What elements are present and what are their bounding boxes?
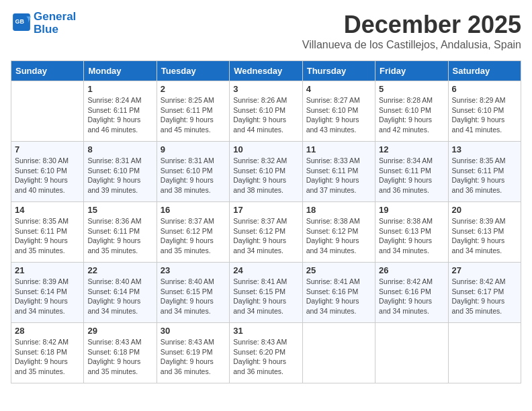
- calendar-cell: 4Sunrise: 8:27 AM Sunset: 6:10 PM Daylig…: [302, 81, 375, 142]
- calendar-cell: 6Sunrise: 8:29 AM Sunset: 6:10 PM Daylig…: [448, 81, 521, 142]
- calendar-cell: 17Sunrise: 8:37 AM Sunset: 6:12 PM Dayli…: [230, 202, 302, 263]
- calendar-cell: 22Sunrise: 8:40 AM Sunset: 6:14 PM Dayli…: [84, 263, 157, 323]
- subtitle: Villanueva de los Castillejos, Andalusia…: [302, 39, 521, 51]
- calendar-cell: 28Sunrise: 8:42 AM Sunset: 6:18 PM Dayli…: [11, 323, 84, 383]
- calendar-cell: 11Sunrise: 8:33 AM Sunset: 6:11 PM Dayli…: [302, 142, 375, 202]
- day-detail: Sunrise: 8:31 AM Sunset: 6:10 PM Dayligh…: [87, 156, 152, 195]
- calendar-week-row: 1Sunrise: 8:24 AM Sunset: 6:11 PM Daylig…: [11, 81, 521, 142]
- day-detail: Sunrise: 8:24 AM Sunset: 6:11 PM Dayligh…: [87, 95, 152, 135]
- day-detail: Sunrise: 8:37 AM Sunset: 6:12 PM Dayligh…: [233, 216, 298, 256]
- calendar-cell: 18Sunrise: 8:38 AM Sunset: 6:12 PM Dayli…: [302, 202, 375, 263]
- calendar-cell: [375, 323, 448, 383]
- calendar-cell: 19Sunrise: 8:38 AM Sunset: 6:13 PM Dayli…: [375, 202, 448, 263]
- calendar-week-row: 14Sunrise: 8:35 AM Sunset: 6:11 PM Dayli…: [11, 202, 521, 263]
- calendar-body: 1Sunrise: 8:24 AM Sunset: 6:11 PM Daylig…: [11, 81, 521, 383]
- day-detail: Sunrise: 8:35 AM Sunset: 6:11 PM Dayligh…: [452, 156, 517, 195]
- calendar-cell: 14Sunrise: 8:35 AM Sunset: 6:11 PM Dayli…: [11, 202, 84, 263]
- day-detail: Sunrise: 8:41 AM Sunset: 6:15 PM Dayligh…: [233, 277, 298, 316]
- weekday-header: Wednesday: [230, 61, 302, 81]
- day-number: 27: [452, 265, 517, 275]
- day-number: 12: [379, 144, 444, 154]
- day-number: 24: [233, 265, 298, 275]
- day-detail: Sunrise: 8:25 AM Sunset: 6:11 PM Dayligh…: [161, 95, 226, 135]
- weekday-header: Sunday: [11, 61, 84, 81]
- day-number: 15: [87, 205, 152, 215]
- day-detail: Sunrise: 8:41 AM Sunset: 6:16 PM Dayligh…: [306, 277, 371, 316]
- month-title: December 2025: [302, 11, 521, 39]
- calendar-cell: 20Sunrise: 8:39 AM Sunset: 6:13 PM Dayli…: [448, 202, 521, 263]
- day-detail: Sunrise: 8:43 AM Sunset: 6:20 PM Dayligh…: [233, 337, 298, 377]
- day-detail: Sunrise: 8:39 AM Sunset: 6:14 PM Dayligh…: [15, 277, 80, 316]
- day-number: 20: [452, 205, 517, 215]
- day-number: 4: [306, 84, 371, 94]
- logo-line1: General: [34, 11, 76, 24]
- calendar-cell: 27Sunrise: 8:42 AM Sunset: 6:17 PM Dayli…: [448, 263, 521, 323]
- day-detail: Sunrise: 8:27 AM Sunset: 6:10 PM Dayligh…: [306, 95, 371, 135]
- day-detail: Sunrise: 8:35 AM Sunset: 6:11 PM Dayligh…: [15, 216, 80, 256]
- calendar-cell: 26Sunrise: 8:42 AM Sunset: 6:16 PM Dayli…: [375, 263, 448, 323]
- day-detail: Sunrise: 8:42 AM Sunset: 6:18 PM Dayligh…: [15, 337, 80, 377]
- calendar-cell: 2Sunrise: 8:25 AM Sunset: 6:11 PM Daylig…: [157, 81, 229, 142]
- calendar-cell: 31Sunrise: 8:43 AM Sunset: 6:20 PM Dayli…: [230, 323, 302, 383]
- day-number: 31: [233, 326, 298, 336]
- weekday-header: Friday: [375, 61, 448, 81]
- day-detail: Sunrise: 8:42 AM Sunset: 6:16 PM Dayligh…: [379, 277, 444, 316]
- day-detail: Sunrise: 8:30 AM Sunset: 6:10 PM Dayligh…: [15, 156, 80, 195]
- day-detail: Sunrise: 8:26 AM Sunset: 6:10 PM Dayligh…: [233, 95, 298, 135]
- calendar-cell: 12Sunrise: 8:34 AM Sunset: 6:11 PM Dayli…: [375, 142, 448, 202]
- logo-icon: GB: [12, 13, 31, 32]
- calendar-header-row: SundayMondayTuesdayWednesdayThursdayFrid…: [11, 61, 521, 81]
- calendar-cell: 1Sunrise: 8:24 AM Sunset: 6:11 PM Daylig…: [84, 81, 157, 142]
- calendar-cell: [448, 323, 521, 383]
- calendar-cell: [302, 323, 375, 383]
- day-number: 2: [161, 84, 226, 94]
- calendar-cell: 21Sunrise: 8:39 AM Sunset: 6:14 PM Dayli…: [11, 263, 84, 323]
- day-number: 10: [233, 144, 298, 154]
- day-detail: Sunrise: 8:42 AM Sunset: 6:17 PM Dayligh…: [452, 277, 517, 316]
- day-number: 17: [233, 205, 298, 215]
- day-detail: Sunrise: 8:43 AM Sunset: 6:18 PM Dayligh…: [87, 337, 152, 377]
- weekday-header: Monday: [84, 61, 157, 81]
- svg-text:GB: GB: [15, 17, 24, 24]
- calendar-cell: 24Sunrise: 8:41 AM Sunset: 6:15 PM Dayli…: [230, 263, 302, 323]
- calendar-cell: 8Sunrise: 8:31 AM Sunset: 6:10 PM Daylig…: [84, 142, 157, 202]
- day-number: 30: [161, 326, 226, 336]
- day-number: 25: [306, 265, 371, 275]
- calendar-table: SundayMondayTuesdayWednesdayThursdayFrid…: [11, 60, 521, 383]
- day-number: 1: [87, 84, 152, 94]
- weekday-header: Saturday: [448, 61, 521, 81]
- calendar-cell: 23Sunrise: 8:40 AM Sunset: 6:15 PM Dayli…: [157, 263, 229, 323]
- day-number: 5: [379, 84, 444, 94]
- day-number: 26: [379, 265, 444, 275]
- day-number: 18: [306, 205, 371, 215]
- calendar-cell: 13Sunrise: 8:35 AM Sunset: 6:11 PM Dayli…: [448, 142, 521, 202]
- day-number: 6: [452, 84, 517, 94]
- day-number: 11: [306, 144, 371, 154]
- day-detail: Sunrise: 8:34 AM Sunset: 6:11 PM Dayligh…: [379, 156, 444, 195]
- day-number: 7: [15, 144, 80, 154]
- day-detail: Sunrise: 8:38 AM Sunset: 6:13 PM Dayligh…: [379, 216, 444, 256]
- day-number: 9: [161, 144, 226, 154]
- day-detail: Sunrise: 8:31 AM Sunset: 6:10 PM Dayligh…: [161, 156, 226, 195]
- calendar-cell: 3Sunrise: 8:26 AM Sunset: 6:10 PM Daylig…: [230, 81, 302, 142]
- day-number: 19: [379, 205, 444, 215]
- day-detail: Sunrise: 8:29 AM Sunset: 6:10 PM Dayligh…: [452, 95, 517, 135]
- weekday-header: Tuesday: [157, 61, 229, 81]
- day-number: 21: [15, 265, 80, 275]
- day-detail: Sunrise: 8:40 AM Sunset: 6:14 PM Dayligh…: [87, 277, 152, 316]
- calendar-cell: 25Sunrise: 8:41 AM Sunset: 6:16 PM Dayli…: [302, 263, 375, 323]
- day-detail: Sunrise: 8:33 AM Sunset: 6:11 PM Dayligh…: [306, 156, 371, 195]
- day-detail: Sunrise: 8:43 AM Sunset: 6:19 PM Dayligh…: [161, 337, 226, 377]
- calendar-week-row: 7Sunrise: 8:30 AM Sunset: 6:10 PM Daylig…: [11, 142, 521, 202]
- logo: GB General Blue: [11, 11, 76, 36]
- weekday-header: Thursday: [302, 61, 375, 81]
- calendar-week-row: 21Sunrise: 8:39 AM Sunset: 6:14 PM Dayli…: [11, 263, 521, 323]
- day-detail: Sunrise: 8:36 AM Sunset: 6:11 PM Dayligh…: [87, 216, 152, 256]
- day-number: 23: [161, 265, 226, 275]
- calendar-cell: 29Sunrise: 8:43 AM Sunset: 6:18 PM Dayli…: [84, 323, 157, 383]
- calendar-cell: 5Sunrise: 8:28 AM Sunset: 6:10 PM Daylig…: [375, 81, 448, 142]
- day-detail: Sunrise: 8:38 AM Sunset: 6:12 PM Dayligh…: [306, 216, 371, 256]
- day-number: 13: [452, 144, 517, 154]
- header: GB General Blue December 2025 Villanueva…: [11, 11, 521, 58]
- logo-line2: Blue: [34, 24, 76, 36]
